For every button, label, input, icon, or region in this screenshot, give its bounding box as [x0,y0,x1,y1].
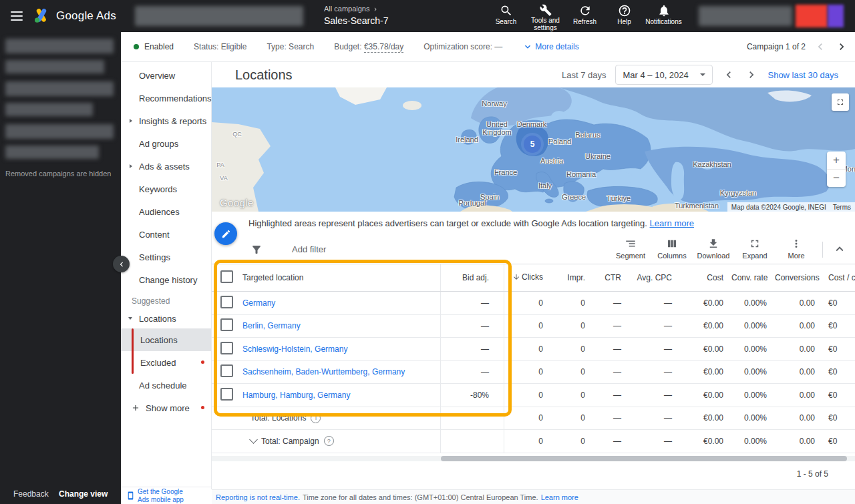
subnav-item-content[interactable]: Content [121,223,211,246]
more-details-link[interactable]: More details [522,41,578,52]
notifications-button[interactable]: Notifications [644,0,683,32]
header-impr[interactable]: Impr. [551,273,593,282]
zoom-in-button[interactable]: + [827,152,846,170]
footer-learn-more-link[interactable]: Learn more [541,493,578,501]
collapse-sidebar-button[interactable] [113,256,130,272]
tools-and-settings-button[interactable]: Tools and settings [526,0,565,32]
chevron-right-icon [745,68,758,81]
redacted-campaign-item [5,39,114,53]
cell-cost: €0.00 [680,298,731,308]
table-body: Germany—00——€0.000.00%0.00€0Berlin, Germ… [212,292,855,453]
info-icon[interactable]: i [311,413,321,423]
budget-value[interactable]: Budget: €35.78/day [334,42,403,51]
feedback-link[interactable]: Feedback [13,489,49,499]
enabled-status[interactable]: Enabled [134,42,174,51]
header-conv-rate[interactable]: Conv. rate [731,273,775,282]
mobile-app-link[interactable]: Get the GoogleAds mobile app [121,487,211,504]
chevron-down-icon[interactable] [249,435,258,444]
segment-button[interactable]: Segment [610,238,651,260]
location-cluster-marker[interactable]: 5 [524,136,541,153]
filter-icon[interactable] [250,244,263,256]
top-app-bar: Google Ads All campaigns Sales-Search-7 … [0,0,855,32]
row-checkbox[interactable] [220,318,233,331]
header-bid-adj[interactable]: Bid adj. [441,264,504,291]
location-targeting-map[interactable]: NorwayDenmarkUnited KingdomIrelandBelaru… [212,87,855,212]
header-avg-cpc[interactable]: Avg. CPC [629,273,680,282]
subnav-group-locations[interactable]: Locations [121,308,211,328]
show-more-button[interactable]: Show more [121,397,211,419]
edit-locations-button[interactable] [214,222,237,245]
help-button[interactable]: Help [605,0,644,32]
cell-impr: 0 [551,391,593,400]
subnav-item-overview[interactable]: Overview [121,64,211,87]
google-ads-logo-icon [33,9,49,23]
select-all-checkbox[interactable] [220,270,233,283]
table-row: Hamburg, Hamburg, Germany-80%00——€0.000.… [212,384,855,407]
pencil-icon [221,229,231,239]
subnav-item-excluded[interactable]: Excluded [121,351,211,374]
add-filter-button[interactable]: Add filter [292,235,326,264]
previous-campaign-button[interactable] [814,40,827,53]
location-link[interactable]: Berlin, Germany [242,321,301,330]
campaign-name: Sales-Search-7 [324,15,389,27]
header-targeted-location[interactable]: Targeted location [242,264,441,291]
reporting-link[interactable]: Reporting is not real-time. [216,493,300,501]
download-button[interactable]: Download [693,238,734,260]
help-icon [618,4,631,17]
notification-dot-icon [201,406,204,409]
scrollbar-thumb[interactable] [441,456,847,461]
subnav-item-change-history[interactable]: Change history [121,268,211,291]
page-navigation: OverviewRecommendationsInsights & report… [121,62,212,489]
cell-cost_conv: €0 [823,367,855,376]
search-button[interactable]: Search [486,0,526,32]
subnav-item-ad-groups[interactable]: Ad groups [121,132,211,155]
row-checkbox[interactable] [220,364,233,377]
reporting-footer: Reporting is not real-time. Time zone fo… [212,489,855,504]
map-terms-link[interactable]: Terms [833,204,851,211]
refresh-button[interactable]: Refresh [565,0,605,32]
enabled-dot-icon [134,44,139,49]
show-last-30-days-link[interactable]: Show last 30 days [767,70,838,80]
location-link[interactable]: Schleswig-Holstein, Germany [242,344,347,354]
subnav-item-insights-reports[interactable]: Insights & reports [121,109,211,132]
previous-period-button[interactable] [722,68,735,81]
collapse-table-button[interactable] [832,242,847,256]
menu-icon[interactable] [11,11,23,21]
next-period-button[interactable] [745,68,758,81]
help-icon[interactable]: ? [324,436,334,446]
breadcrumb[interactable]: All campaigns Sales-Search-7 [324,5,389,27]
header-cost-per-conv[interactable]: Cost / c [823,273,855,282]
subnav-item-audiences[interactable]: Audiences [121,200,211,223]
subnav-item-settings[interactable]: Settings [121,246,211,268]
subnav-item-locations[interactable]: Locations [121,328,211,351]
brand[interactable]: Google Ads [33,0,116,32]
date-range-picker[interactable]: Mar 4 – 10, 2024 [615,65,713,85]
map-fullscreen-button[interactable] [832,93,849,111]
zoom-out-button[interactable]: − [827,170,846,187]
change-view-link[interactable]: Change view [59,489,108,499]
row-checkbox[interactable] [220,388,233,401]
header-conversions[interactable]: Conversions [775,273,823,282]
header-cost[interactable]: Cost [680,273,731,282]
chevron-left-icon [117,260,126,269]
header-clicks[interactable]: Clicks [504,272,551,283]
subnav-item-ads-assets[interactable]: Ads & assets [121,155,211,178]
next-campaign-button[interactable] [835,40,848,53]
header-ctr[interactable]: CTR [593,273,629,282]
cell-cost: €0.00 [680,344,731,354]
subnav-selection-indicator [132,328,134,374]
subnav-item-recommendations[interactable]: Recommendations [121,87,211,109]
row-checkbox[interactable] [220,342,233,354]
more-button[interactable]: More [776,238,817,260]
location-link[interactable]: Sachsenheim, Baden-Wurttemberg, Germany [242,367,405,376]
location-link[interactable]: Germany [242,298,275,308]
expand-button[interactable]: Expand [734,238,776,260]
columns-button[interactable]: Columns [651,238,693,260]
google-ads-app: Google Ads All campaigns Sales-Search-7 … [0,0,855,504]
row-checkbox[interactable] [220,296,233,308]
subnav-item-keywords[interactable]: Keywords [121,178,211,200]
subnav-item-ad-schedule[interactable]: Ad schedule [121,374,211,397]
page-header: Locations Last 7 days Mar 4 – 10, 2024 S… [212,62,855,87]
learn-more-link[interactable]: Learn more [650,218,694,228]
location-link[interactable]: Hamburg, Hamburg, Germany [242,391,350,400]
